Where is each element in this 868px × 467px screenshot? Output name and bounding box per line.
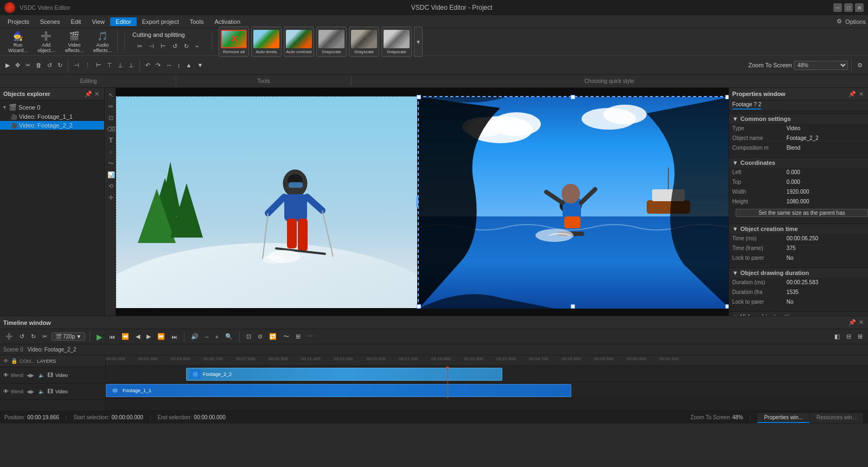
redo-btn[interactable]: ↻ [181, 41, 192, 52]
props-close-btn[interactable]: ✕ [857, 90, 865, 98]
tl-plus-btn[interactable]: + [213, 332, 221, 341]
options-label[interactable]: Options [845, 18, 866, 25]
side-move-btn[interactable]: ✛ [106, 193, 116, 202]
tree-item-footage2[interactable]: 🎥 Video: Footage_2_2 [0, 121, 104, 130]
delete-btn[interactable]: 🗑 [34, 61, 44, 69]
align-middle-btn[interactable]: ⊥ [116, 61, 125, 70]
tree-item-footage1[interactable]: 🎥 Video: Footage_1_1 [0, 112, 104, 121]
quick-style-more-btn[interactable]: ▼ [414, 27, 423, 57]
flip-v-btn[interactable]: ↕ [175, 61, 183, 69]
rewind-start-btn[interactable]: ⏮ [107, 332, 117, 341]
track2-mute[interactable]: 🔈 [37, 389, 46, 394]
audio-effects-button[interactable]: 🎵 Audio effects... [89, 31, 116, 53]
track-row-1[interactable]: Footage_2_2 [106, 366, 868, 382]
minimize-button[interactable]: ─ [833, 3, 842, 12]
track1-eye[interactable]: 👁 [3, 372, 9, 378]
common-settings-header[interactable]: ▼ Common settings [729, 113, 868, 124]
view-options-btn[interactable]: ⚙ [855, 61, 865, 70]
next-frame-btn[interactable]: ⏩ [155, 332, 167, 341]
panel-pin-btn[interactable]: 📌 [85, 90, 92, 98]
track2-eye[interactable]: 👁 [3, 388, 9, 394]
handle-bl[interactable] [417, 304, 421, 309]
handle-tl[interactable] [417, 95, 421, 99]
menu-projects[interactable]: Projects [2, 17, 35, 26]
playhead[interactable] [448, 366, 448, 399]
canvas[interactable] [116, 88, 729, 316]
tl-minus-btn[interactable]: − [203, 332, 210, 341]
tab-resources[interactable]: Resources win... [810, 413, 864, 423]
menu-export[interactable]: Export project [137, 17, 184, 26]
menu-tools[interactable]: Tools [184, 17, 209, 26]
menu-activation[interactable]: Activation [209, 17, 246, 26]
quick-style-auto-contrast[interactable]: Auto contrast [284, 27, 314, 57]
video-clip-right[interactable] [418, 96, 729, 308]
cut-right-btn[interactable]: ⊢ [158, 41, 169, 52]
timeline-close-btn[interactable]: ✕ [857, 319, 865, 327]
align-center-btn[interactable]: ⋮ [82, 61, 93, 70]
clip-divider[interactable] [416, 196, 418, 207]
tl-loop-btn[interactable]: 🔁 [267, 332, 279, 341]
restore-button[interactable]: □ [844, 3, 853, 12]
next-btn[interactable]: ▶ [144, 332, 153, 341]
quick-style-auto-levels[interactable]: Auto levels [251, 27, 282, 57]
align-bottom-btn[interactable]: ⊥ [126, 61, 136, 70]
tab-layers[interactable]: LAYERS [37, 359, 56, 364]
handle-tr[interactable] [725, 95, 729, 99]
flip-h-btn[interactable]: ↔ [164, 61, 174, 69]
quick-style-grayscale2[interactable]: Grayscale [349, 27, 379, 57]
quick-style-grayscale1[interactable]: Grayscale [316, 27, 347, 57]
tree-item-scene0[interactable]: ▼ 🎬 Scene 0 [0, 103, 104, 112]
rotate-ccw-btn[interactable]: ↶ [143, 61, 152, 70]
tl-zoom-btn[interactable]: 🔍 [223, 332, 235, 341]
undo-btn[interactable]: ↺ [170, 41, 180, 52]
zoom-out-btn[interactable]: ▼ [195, 61, 205, 69]
tab-properties[interactable]: Properties win... [757, 413, 810, 423]
tl-view-btn[interactable]: ⊟ [844, 332, 853, 341]
side-text-btn[interactable]: T [106, 136, 116, 145]
menu-editor[interactable]: Editor [110, 17, 137, 26]
menu-edit[interactable]: Edit [65, 17, 86, 26]
add-object-button[interactable]: ➕ Add object... [33, 31, 60, 53]
tab-com[interactable]: COM... [20, 359, 35, 364]
tl-option-btn[interactable]: ⋯ [305, 332, 315, 341]
creation-time-header[interactable]: ▼ Object creation time [729, 223, 868, 234]
undo2-btn[interactable]: ↺ [45, 61, 54, 70]
quick-style-remove-all[interactable]: ✕ Remove all [219, 27, 249, 57]
panel-close-btn[interactable]: ✕ [93, 90, 101, 98]
video-clip-left[interactable] [116, 96, 417, 308]
track2-expand[interactable]: ◀▶ [25, 389, 35, 394]
tl-snap-btn[interactable]: ⊡ [244, 332, 253, 341]
side-arrow-btn[interactable]: ↖ [106, 90, 116, 100]
cut-left-btn[interactable]: ⊣ [146, 41, 157, 52]
quick-style-grayscale3[interactable]: Grayscale [381, 27, 412, 57]
menu-scenes[interactable]: Scenes [35, 17, 66, 26]
prev-frame-btn[interactable]: ⏪ [119, 332, 131, 341]
drawing-duration-header[interactable]: ▼ Object drawing duration [729, 267, 868, 278]
tl-scissors-btn[interactable]: ✂ [40, 332, 49, 341]
track-row-2[interactable]: Footage_1_1 [106, 382, 868, 399]
close-button[interactable]: ✕ [855, 3, 864, 12]
align-left-btn[interactable]: ⊣ [72, 61, 81, 70]
menu-view[interactable]: View [86, 17, 110, 26]
clip-footage2-2[interactable]: Footage_2_2 [186, 368, 502, 381]
align-top-btn[interactable]: ⊤ [105, 61, 114, 70]
side-eraser-btn[interactable]: ⌫ [106, 124, 116, 134]
run-wizard-button[interactable]: 🧙 Run Wizard... [4, 31, 31, 53]
play-btn[interactable]: ▶ [94, 331, 105, 342]
handle-tm[interactable] [571, 95, 575, 99]
video-effects-button[interactable]: 🎬 Video effects... [61, 31, 88, 53]
align-right-btn[interactable]: ⊢ [94, 61, 104, 70]
clip-footage1-1[interactable]: Footage_1_1 [106, 384, 571, 397]
resolution-select[interactable]: 🎬 720p ▼ [52, 332, 85, 341]
zoom-in-btn[interactable]: ▲ [184, 61, 194, 69]
tl-audio-btn[interactable]: 🔊 [189, 332, 201, 341]
same-size-btn[interactable]: Set the same size as the parent has [736, 209, 868, 217]
timeline-pin-btn[interactable]: 📌 [848, 319, 856, 327]
coordinates-header[interactable]: ▼ Coordinates [729, 157, 868, 168]
zoom-select[interactable]: 48% 100% 50% Zoom To Screen [794, 61, 848, 70]
split-btn[interactable]: ⌁ [193, 41, 202, 52]
tl-grid-btn[interactable]: ⊞ [293, 332, 303, 341]
tl-more-btn[interactable]: ⊞ [856, 332, 865, 341]
side-pen-btn[interactable]: ✏ [106, 101, 116, 111]
scissors-btn[interactable]: ✂ [23, 61, 33, 70]
